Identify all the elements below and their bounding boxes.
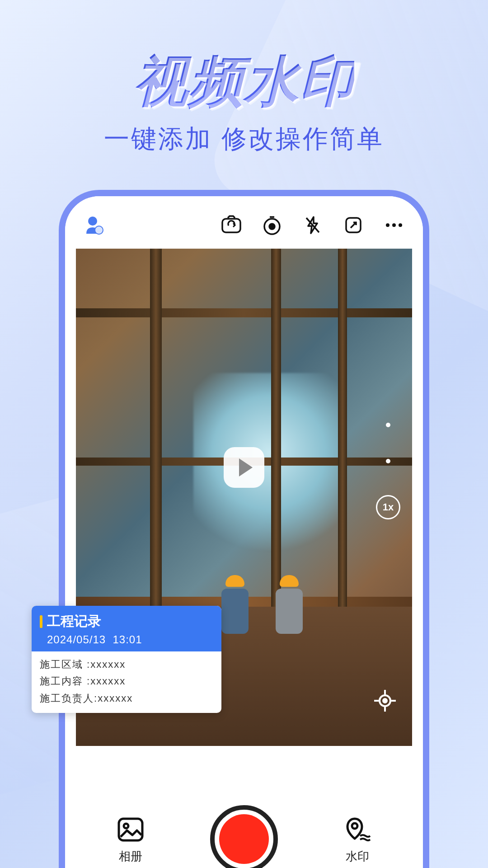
- more-icon[interactable]: [381, 212, 407, 238]
- switch-camera-icon[interactable]: [219, 212, 244, 238]
- svg-point-1: [95, 226, 103, 234]
- timer-icon[interactable]: [259, 212, 285, 238]
- watermark-title: 工程记录: [47, 612, 101, 631]
- zoom-dot: [386, 423, 390, 427]
- watermark-label: 水印: [346, 849, 369, 864]
- record-inner-icon: [219, 814, 269, 864]
- watermark-button[interactable]: 水印: [342, 814, 373, 864]
- watermark-body: 施工区域 :xxxxxx 施工内容 :xxxxxx 施工负责人:xxxxxx: [32, 651, 221, 713]
- svg-point-9: [399, 223, 402, 227]
- accent-bar-icon: [40, 615, 42, 628]
- watermark-row: 施工内容 :xxxxxx: [40, 673, 213, 689]
- gallery-button[interactable]: 相册: [115, 814, 146, 864]
- camera-toolbar: [65, 196, 423, 249]
- svg-point-0: [88, 217, 97, 226]
- svg-point-17: [124, 824, 128, 828]
- phone-mockup-frame: 1x 相册: [59, 190, 429, 868]
- zoom-level-badge[interactable]: 1x: [376, 495, 400, 519]
- svg-point-7: [386, 223, 389, 227]
- profile-icon[interactable]: [81, 212, 107, 238]
- watermark-header: 工程记录 2024/05/13 13:01: [32, 606, 221, 651]
- svg-point-11: [383, 699, 387, 703]
- hero-title: 视频水印: [134, 45, 354, 119]
- play-button[interactable]: [224, 447, 264, 488]
- watermark-row: 施工负责人:xxxxxx: [40, 690, 213, 707]
- bottom-toolbar: 相册 水印: [65, 789, 423, 868]
- watermark-overlay-card[interactable]: 工程记录 2024/05/13 13:01 施工区域 :xxxxxx 施工内容 …: [32, 606, 221, 713]
- focus-target-icon[interactable]: [371, 687, 399, 714]
- flash-icon[interactable]: [300, 212, 325, 238]
- svg-point-8: [392, 223, 396, 227]
- hero-subtitle: 一键添加 修改操作简单: [104, 122, 384, 156]
- expand-icon[interactable]: [341, 212, 366, 238]
- zoom-control[interactable]: 1x: [376, 423, 400, 519]
- watermark-datetime: 2024/05/13 13:01: [40, 633, 213, 646]
- svg-rect-16: [119, 819, 142, 840]
- record-button[interactable]: [210, 805, 278, 868]
- svg-point-18: [352, 823, 357, 829]
- svg-point-4: [269, 224, 275, 229]
- watermark-row: 施工区域 :xxxxxx: [40, 656, 213, 673]
- zoom-dot: [386, 459, 390, 463]
- gallery-label: 相册: [119, 849, 142, 864]
